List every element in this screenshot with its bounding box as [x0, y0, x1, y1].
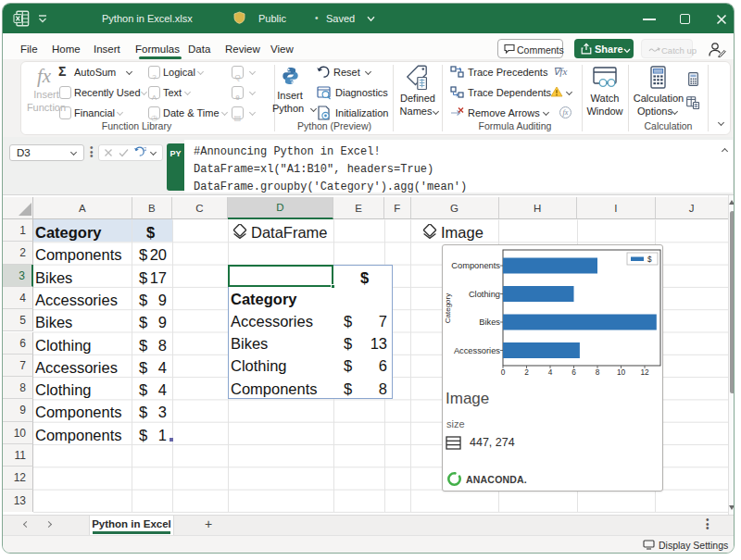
- svg-text:Clothing: Clothing: [469, 290, 500, 299]
- svg-text:Category: Category: [444, 293, 452, 323]
- svg-text:$: $: [647, 255, 652, 264]
- svg-text:Accessories: Accessories: [454, 346, 500, 355]
- svg-text:Bikes: Bikes: [479, 317, 500, 327]
- svg-text:Components: Components: [451, 261, 500, 270]
